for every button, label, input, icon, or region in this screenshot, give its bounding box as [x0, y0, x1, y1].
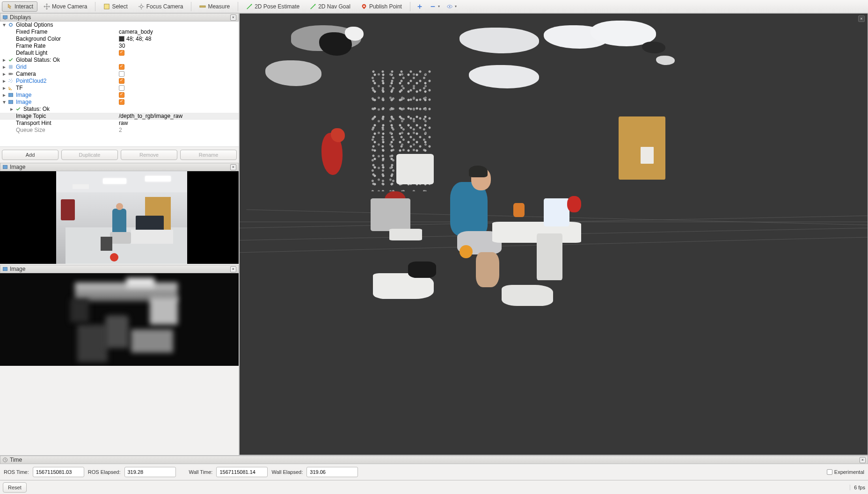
duplicate-button[interactable]: Duplicate: [61, 150, 118, 160]
image-panel-2-title: Image: [10, 266, 25, 272]
image-panel-1-close-button[interactable]: ×: [230, 164, 236, 170]
select-icon: [103, 3, 110, 10]
tf-checkbox[interactable]: [119, 85, 124, 91]
wall-elapsed-label: Wall Elapsed:: [271, 469, 303, 475]
image-panel-2: Image ×: [0, 265, 239, 367]
focus-camera-label: Focus Camera: [146, 3, 183, 10]
check-icon: [15, 106, 21, 112]
move-camera-button[interactable]: Move Camera: [39, 1, 91, 12]
main-toolbar: Interact Move Camera Select Focus Camera…: [0, 0, 868, 13]
interact-button[interactable]: Interact: [2, 1, 37, 12]
view-tool-button[interactable]: ▾: [444, 1, 459, 12]
pose-estimate-button[interactable]: 2D Pose Estimate: [242, 1, 304, 12]
measure-icon: [199, 3, 206, 10]
tree-frame-rate[interactable]: Frame Rate30: [0, 43, 239, 50]
wall-time-field[interactable]: [216, 467, 268, 477]
publish-point-icon: [361, 3, 367, 10]
time-title: Time: [10, 457, 22, 463]
gear-icon: [8, 22, 14, 28]
check-icon: [8, 57, 14, 63]
image2-checkbox[interactable]: [119, 99, 124, 105]
svg-rect-6: [3, 15, 7, 19]
grid-icon: [8, 64, 14, 70]
image-panel-2-close-button[interactable]: ×: [230, 266, 236, 272]
color-swatch: [119, 36, 124, 42]
tree-status-ok[interactable]: ▸Status: Ok: [0, 106, 239, 113]
image-panel-1-title: Image: [10, 164, 25, 170]
time-panel-header[interactable]: Time ×: [0, 456, 868, 464]
tree-transport-hint[interactable]: Transport Hintraw: [0, 120, 239, 127]
tree-image2[interactable]: ▾Image: [0, 99, 239, 106]
svg-rect-18: [3, 165, 7, 169]
toolbar-separator: [238, 2, 238, 11]
pose-estimate-label: 2D Pose Estimate: [255, 3, 299, 10]
default-light-checkbox[interactable]: [119, 50, 124, 56]
displays-tree[interactable]: ▾Global Options Fixed Framecamera_body B…: [0, 22, 239, 146]
tree-grid[interactable]: ▸Grid: [0, 64, 239, 71]
displays-panel-header[interactable]: Displays ×: [0, 13, 239, 22]
clock-icon: [2, 457, 8, 463]
bottom-bar: Reset 6 fps: [0, 480, 868, 494]
pointcloud-icon: [8, 78, 14, 84]
focus-camera-button[interactable]: Focus Camera: [134, 1, 188, 12]
nav-goal-icon: [310, 3, 316, 10]
svg-rect-17: [9, 100, 13, 104]
add-tool-button[interactable]: [414, 1, 425, 12]
pointcloud2-checkbox[interactable]: [119, 78, 124, 84]
image-panel-1-header[interactable]: Image ×: [0, 163, 239, 171]
time-close-button[interactable]: ×: [860, 457, 866, 463]
rgb-image-view[interactable]: [0, 171, 239, 264]
time-panel: Time × ROS Time: ROS Elapsed: Wall Time:…: [0, 455, 868, 480]
svg-point-8: [9, 23, 12, 26]
select-button[interactable]: Select: [99, 1, 131, 12]
tree-global-status[interactable]: ▸Global Status: Ok: [0, 57, 239, 64]
tree-image-topic[interactable]: Image Topic/depth_to_rgb/image_raw: [0, 113, 239, 120]
tree-global-options[interactable]: ▾Global Options: [0, 22, 239, 29]
plus-icon: [416, 3, 423, 10]
wall-time-label: Wall Time:: [189, 469, 213, 475]
depth-image-view[interactable]: [0, 273, 239, 366]
ros-time-field[interactable]: [33, 467, 84, 477]
add-button[interactable]: Add: [2, 150, 58, 160]
eye-icon: [446, 3, 453, 10]
measure-label: Measure: [208, 3, 230, 10]
svg-point-3: [363, 5, 365, 7]
select-label: Select: [112, 3, 127, 10]
remove-tool-button[interactable]: ▾: [427, 1, 442, 12]
displays-icon: [2, 15, 8, 20]
experimental-checkbox[interactable]: [827, 469, 832, 475]
tree-fixed-frame[interactable]: Fixed Framecamera_body: [0, 29, 239, 36]
measure-button[interactable]: Measure: [195, 1, 234, 12]
ros-elapsed-label: ROS Elapsed:: [88, 469, 121, 475]
svg-rect-9: [9, 73, 12, 75]
reset-button[interactable]: Reset: [3, 482, 27, 493]
toolbar-separator: [191, 2, 191, 11]
publish-point-label: Publish Point: [369, 3, 402, 10]
remove-button[interactable]: Remove: [121, 150, 177, 160]
tree-default-light[interactable]: Default Light: [0, 50, 239, 57]
tree-background-color[interactable]: Background Color48; 48; 48: [0, 36, 239, 43]
nav-goal-button[interactable]: 2D Nav Goal: [306, 1, 355, 12]
image-icon: [2, 266, 8, 272]
ros-elapsed-field[interactable]: [124, 467, 176, 477]
tree-pointcloud2[interactable]: ▸PointCloud2: [0, 78, 239, 85]
camera-checkbox[interactable]: [119, 71, 124, 77]
displays-close-button[interactable]: ×: [230, 15, 236, 21]
image1-checkbox[interactable]: [119, 92, 124, 98]
svg-point-10: [9, 79, 10, 80]
image-icon: [8, 92, 14, 98]
grid-checkbox[interactable]: [119, 64, 124, 70]
tree-camera[interactable]: ▸Camera: [0, 71, 239, 78]
rename-button[interactable]: Rename: [180, 150, 237, 160]
fps-display: 6 fps: [850, 485, 865, 490]
wall-elapsed-field[interactable]: [306, 467, 358, 477]
image-panel-2-header[interactable]: Image ×: [0, 265, 239, 273]
tree-image1[interactable]: ▸Image: [0, 92, 239, 99]
nav-goal-label: 2D Nav Goal: [318, 3, 350, 10]
ros-time-label: ROS Time:: [4, 469, 29, 475]
tree-queue-size[interactable]: Queue Size2: [0, 127, 239, 134]
3d-viewport[interactable]: ◂ ×: [239, 13, 868, 455]
publish-point-button[interactable]: Publish Point: [357, 1, 406, 12]
svg-point-5: [449, 6, 451, 7]
tree-tf[interactable]: ▸TF: [0, 85, 239, 92]
